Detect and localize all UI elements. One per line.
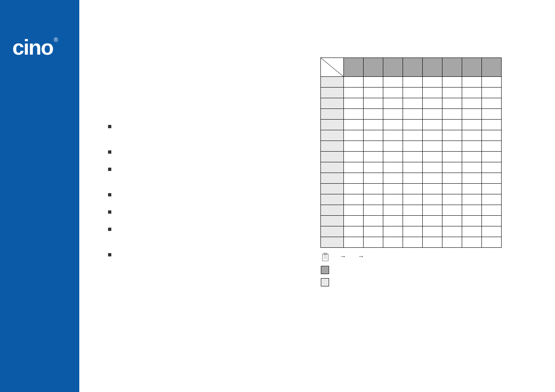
svg-line-0 [321, 58, 344, 77]
data-cell [482, 216, 502, 226]
row-header [321, 162, 344, 173]
data-cell [462, 216, 482, 226]
data-cell [383, 162, 403, 173]
data-cell [442, 216, 462, 226]
legend-dark [321, 266, 502, 274]
matrix-table-wrap [320, 58, 502, 248]
data-cell [344, 152, 364, 162]
arrow-right-icon: → [340, 253, 346, 260]
swatch-dark-icon [321, 266, 329, 274]
list-item [108, 191, 313, 198]
content-area: → → [79, 0, 555, 392]
data-cell [364, 120, 383, 130]
corner-cell [321, 58, 344, 77]
data-cell [442, 120, 462, 130]
row-header [321, 152, 344, 162]
data-cell [364, 237, 383, 248]
table-row [321, 77, 502, 88]
list-item [108, 123, 313, 138]
table-row [321, 120, 502, 130]
data-cell [403, 88, 423, 98]
data-cell [403, 162, 423, 173]
data-cell [383, 152, 403, 162]
matrix-table [320, 58, 502, 248]
data-cell [344, 88, 364, 98]
row-header [321, 109, 344, 120]
data-cell [383, 98, 403, 109]
data-cell [423, 205, 442, 216]
data-cell [423, 77, 442, 88]
data-cell [462, 152, 482, 162]
data-cell [403, 120, 423, 130]
row-header [321, 98, 344, 109]
data-cell [482, 130, 502, 141]
table-header-row [321, 58, 502, 77]
data-cell [403, 173, 423, 184]
data-cell [482, 205, 502, 216]
list-item [108, 226, 313, 241]
data-cell [423, 237, 442, 248]
svg-rect-2 [324, 253, 327, 255]
data-cell [462, 226, 482, 237]
data-cell [482, 162, 502, 173]
data-cell [403, 141, 423, 152]
data-cell [482, 120, 502, 130]
data-cell [482, 88, 502, 98]
row-header [321, 205, 344, 216]
data-cell [462, 77, 482, 88]
clipboard-icon [321, 253, 330, 262]
data-cell [482, 98, 502, 109]
data-cell [462, 205, 482, 216]
legend-note: → → [321, 253, 502, 262]
data-cell [364, 205, 383, 216]
data-cell [423, 120, 442, 130]
data-cell [462, 184, 482, 194]
data-cell [482, 226, 502, 237]
data-cell [482, 237, 502, 248]
data-cell [364, 162, 383, 173]
col-header [423, 58, 442, 77]
data-cell [442, 226, 462, 237]
data-cell [403, 216, 423, 226]
data-cell [383, 184, 403, 194]
registered-mark: ® [54, 37, 58, 43]
data-cell [462, 162, 482, 173]
row-header [321, 237, 344, 248]
data-cell [344, 98, 364, 109]
data-cell [482, 184, 502, 194]
table-row [321, 237, 502, 248]
data-cell [462, 237, 482, 248]
data-cell [344, 237, 364, 248]
data-cell [482, 141, 502, 152]
data-cell [344, 120, 364, 130]
list-item [108, 149, 313, 155]
data-cell [423, 141, 442, 152]
data-cell [442, 205, 462, 216]
row-header [321, 216, 344, 226]
data-cell [364, 194, 383, 205]
data-cell [462, 88, 482, 98]
data-cell [344, 205, 364, 216]
data-cell [344, 173, 364, 184]
data-cell [344, 226, 364, 237]
data-cell [383, 194, 403, 205]
data-cell [442, 98, 462, 109]
data-cell [344, 130, 364, 141]
row-header [321, 184, 344, 194]
data-cell [482, 152, 502, 162]
data-cell [403, 152, 423, 162]
data-cell [403, 77, 423, 88]
data-cell [442, 77, 462, 88]
data-cell [423, 98, 442, 109]
row-header [321, 194, 344, 205]
bullet-list [108, 123, 313, 258]
data-cell [442, 184, 462, 194]
swatch-light-icon [321, 278, 329, 286]
data-cell [383, 88, 403, 98]
table-row [321, 130, 502, 141]
list-item [108, 209, 313, 215]
data-cell [403, 109, 423, 120]
data-cell [364, 152, 383, 162]
data-cell [442, 130, 462, 141]
table-row [321, 226, 502, 237]
